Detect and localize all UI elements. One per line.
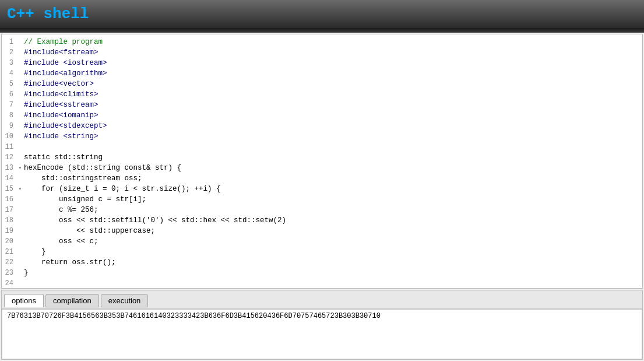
code-line: 1 // Example program bbox=[2, 37, 642, 47]
app-title: C++ shell bbox=[7, 5, 89, 23]
code-line: 5 #include<vector> bbox=[2, 79, 642, 89]
code-text: static std::string bbox=[24, 152, 642, 163]
line-fold-indicator[interactable]: ▾ bbox=[18, 184, 24, 194]
code-line: 8 #include<iomanip> bbox=[2, 110, 642, 121]
line-number: 7 bbox=[2, 100, 18, 110]
line-number: 22 bbox=[2, 257, 18, 268]
code-line: 22 return oss.str(); bbox=[2, 257, 642, 268]
line-number: 10 bbox=[2, 131, 18, 142]
code-line: 10 #include <string> bbox=[2, 131, 642, 142]
code-text: for (size_t i = 0; i < str.size(); ++i) … bbox=[24, 184, 642, 194]
code-text: #include <iostream> bbox=[24, 58, 642, 68]
code-line: 24 bbox=[2, 278, 642, 289]
line-number: 19 bbox=[2, 226, 18, 236]
code-line: 23 } bbox=[2, 268, 642, 278]
code-line: 11 bbox=[2, 142, 642, 152]
code-line: 13▾hexEncode (std::string const& str) { bbox=[2, 163, 642, 173]
code-line: 2 #include<fstream> bbox=[2, 47, 642, 58]
code-editor[interactable]: 1 // Example program2 #include<fstream>3… bbox=[2, 34, 642, 289]
tab-execution[interactable]: execution bbox=[101, 294, 149, 307]
line-number: 20 bbox=[2, 236, 18, 247]
tab-compilation[interactable]: compilation bbox=[45, 294, 99, 307]
code-line: 21 } bbox=[2, 247, 642, 257]
code-line: 4 #include<algorithm> bbox=[2, 68, 642, 79]
code-line: 16 unsigned c = str[i]; bbox=[2, 194, 642, 205]
code-text: return oss.str(); bbox=[24, 257, 642, 268]
code-text: << std::uppercase; bbox=[24, 226, 642, 236]
code-text: // Example program bbox=[24, 37, 642, 47]
line-number: 11 bbox=[2, 142, 18, 152]
code-text: c %= 256; bbox=[24, 205, 642, 215]
line-number: 15 bbox=[2, 184, 18, 194]
code-line: 6 #include<climits> bbox=[2, 89, 642, 100]
line-number: 13 bbox=[2, 163, 18, 173]
line-number: 24 bbox=[2, 278, 18, 289]
dark-bar bbox=[0, 28, 644, 33]
code-text: #include<algorithm> bbox=[24, 68, 642, 79]
output-area: 7B76313B70726F3B4156563B353B746161614032… bbox=[2, 309, 642, 359]
code-line: 18 oss << std::setfill('0') << std::hex … bbox=[2, 215, 642, 226]
output-text: 7B76313B70726F3B4156563B353B746161614032… bbox=[7, 312, 381, 320]
line-number: 5 bbox=[2, 79, 18, 89]
code-line: 15▾ for (size_t i = 0; i < str.size(); +… bbox=[2, 184, 642, 194]
code-line: 3 #include <iostream> bbox=[2, 58, 642, 68]
code-line: 7 #include<sstream> bbox=[2, 100, 642, 110]
header: C++ shell bbox=[0, 0, 644, 28]
code-line: 12 static std::string bbox=[2, 152, 642, 163]
code-text: #include <string> bbox=[24, 131, 642, 142]
line-number: 4 bbox=[2, 68, 18, 79]
line-number: 2 bbox=[2, 47, 18, 58]
code-text: #include<climits> bbox=[24, 89, 642, 100]
code-line: 14 std::ostringstream oss; bbox=[2, 173, 642, 184]
line-number: 14 bbox=[2, 173, 18, 184]
line-number: 16 bbox=[2, 194, 18, 205]
tabs-bar: optionscompilationexecution bbox=[2, 290, 642, 309]
line-fold-indicator[interactable]: ▾ bbox=[18, 163, 24, 173]
line-number: 21 bbox=[2, 247, 18, 257]
line-number: 17 bbox=[2, 205, 18, 215]
line-number: 23 bbox=[2, 268, 18, 278]
line-number: 18 bbox=[2, 215, 18, 226]
line-number: 8 bbox=[2, 110, 18, 121]
line-number: 9 bbox=[2, 121, 18, 131]
code-line: 17 c %= 256; bbox=[2, 205, 642, 215]
code-line: 20 oss << c; bbox=[2, 236, 642, 247]
line-number: 1 bbox=[2, 37, 18, 47]
tab-options[interactable]: options bbox=[4, 294, 44, 307]
code-text: #include<fstream> bbox=[24, 47, 642, 58]
code-text: std::ostringstream oss; bbox=[24, 173, 642, 184]
code-text: } bbox=[24, 247, 642, 257]
code-line: 19 << std::uppercase; bbox=[2, 226, 642, 236]
code-line: 9 #include<stdexcept> bbox=[2, 121, 642, 131]
line-number: 3 bbox=[2, 58, 18, 68]
code-text: } bbox=[24, 268, 642, 278]
code-text: #include<iomanip> bbox=[24, 110, 642, 121]
code-text: #include<vector> bbox=[24, 79, 642, 89]
line-number: 12 bbox=[2, 152, 18, 163]
code-text: unsigned c = str[i]; bbox=[24, 194, 642, 205]
line-number: 6 bbox=[2, 89, 18, 100]
editor-section: 1 // Example program2 #include<fstream>3… bbox=[1, 34, 643, 289]
code-text: oss << c; bbox=[24, 236, 642, 247]
code-text: hexEncode (std::string const& str) { bbox=[24, 163, 642, 173]
code-text: oss << std::setfill('0') << std::hex << … bbox=[24, 215, 642, 226]
code-text: #include<stdexcept> bbox=[24, 121, 642, 131]
lower-section: optionscompilationexecution 7B76313B7072… bbox=[1, 290, 643, 360]
code-text: #include<sstream> bbox=[24, 100, 642, 110]
